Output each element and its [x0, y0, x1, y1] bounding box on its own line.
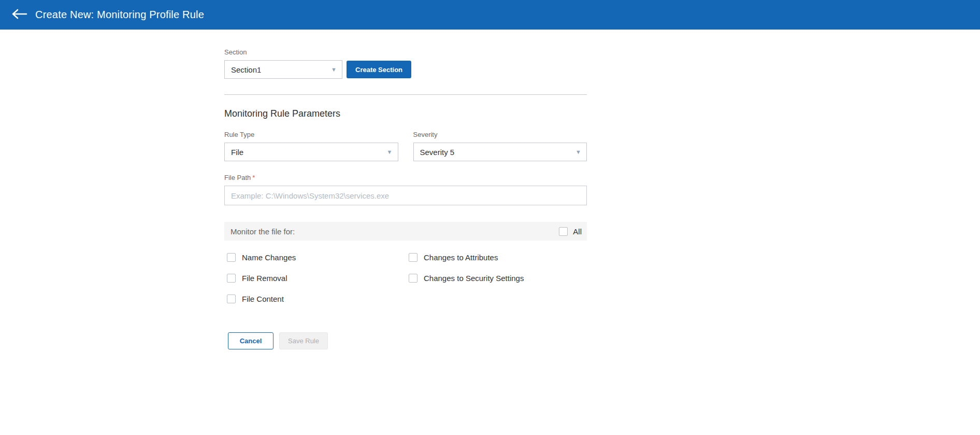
back-button[interactable] — [9, 5, 30, 25]
option-label: File Removal — [242, 274, 287, 283]
severity-dropdown-value: Severity 5 — [420, 148, 455, 157]
monitor-options-grid: Name Changes Changes to Attributes File … — [224, 253, 587, 303]
create-rule-form: Section Section1 ▼ Create Section Monito… — [224, 30, 587, 349]
parameters-heading: Monitoring Rule Parameters — [224, 108, 587, 119]
header-bar: Create New: Monitoring Profile Rule — [0, 0, 980, 30]
cancel-button[interactable]: Cancel — [228, 332, 273, 349]
save-rule-button[interactable]: Save Rule — [279, 332, 328, 349]
file-path-label: File Path* — [224, 174, 587, 181]
all-checkbox[interactable] — [559, 227, 568, 236]
severity-dropdown[interactable]: Severity 5 ▼ — [413, 143, 587, 161]
chevron-down-icon: ▼ — [331, 67, 337, 73]
section-row: Section1 ▼ Create Section — [224, 60, 587, 79]
rule-type-field: Rule Type File ▼ — [224, 131, 398, 161]
create-section-button[interactable]: Create Section — [347, 61, 411, 78]
all-checkbox-row[interactable]: All — [559, 227, 582, 236]
name-changes-checkbox[interactable] — [227, 253, 236, 262]
option-name-changes[interactable]: Name Changes — [227, 253, 409, 262]
grid-spacer — [409, 294, 587, 303]
option-label: Name Changes — [242, 253, 296, 262]
form-actions: Cancel Save Rule — [224, 332, 587, 349]
option-file-content[interactable]: File Content — [227, 294, 409, 303]
all-checkbox-label: All — [573, 227, 582, 236]
divider — [224, 94, 587, 95]
file-path-input[interactable] — [224, 186, 587, 205]
severity-label: Severity — [413, 131, 587, 138]
option-label: Changes to Attributes — [424, 253, 498, 262]
option-changes-to-security-settings[interactable]: Changes to Security Settings — [409, 274, 587, 283]
rule-type-severity-row: Rule Type File ▼ Severity Severity 5 ▼ — [224, 131, 587, 161]
option-label: File Content — [242, 294, 284, 303]
monitor-band: Monitor the file for: All — [224, 222, 587, 241]
option-label: Changes to Security Settings — [424, 274, 524, 283]
file-path-field: File Path* — [224, 174, 587, 205]
section-dropdown-value: Section1 — [231, 65, 261, 74]
rule-type-dropdown[interactable]: File ▼ — [224, 143, 398, 161]
rule-type-label: Rule Type — [224, 131, 398, 138]
monitor-band-title: Monitor the file for: — [230, 227, 295, 236]
section-label: Section — [224, 48, 587, 56]
option-changes-to-attributes[interactable]: Changes to Attributes — [409, 253, 587, 262]
page-title: Create New: Monitoring Profile Rule — [35, 9, 204, 21]
chevron-down-icon: ▼ — [575, 149, 581, 155]
changes-to-security-settings-checkbox[interactable] — [409, 274, 417, 283]
option-file-removal[interactable]: File Removal — [227, 274, 409, 283]
file-path-label-text: File Path — [224, 174, 251, 181]
severity-field: Severity Severity 5 ▼ — [413, 131, 587, 161]
required-asterisk: * — [252, 174, 255, 181]
changes-to-attributes-checkbox[interactable] — [409, 253, 417, 262]
file-content-checkbox[interactable] — [227, 294, 236, 303]
section-dropdown[interactable]: Section1 ▼ — [224, 60, 342, 79]
chevron-down-icon: ▼ — [387, 149, 393, 155]
rule-type-dropdown-value: File — [231, 148, 243, 157]
file-removal-checkbox[interactable] — [227, 274, 236, 283]
arrow-left-icon — [11, 8, 28, 22]
